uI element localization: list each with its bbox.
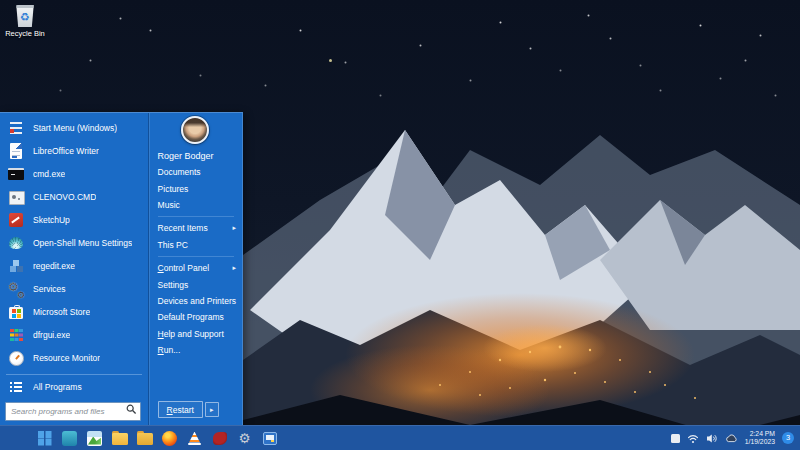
- control-panel-item[interactable]: Control Panel ▸: [149, 260, 242, 276]
- start-menu-places-column: Roger Bodger Documents Pictures Music Re…: [148, 113, 242, 425]
- menu-item-sketchup[interactable]: SketchUp: [4, 208, 146, 231]
- all-programs-item[interactable]: All Programs: [4, 377, 146, 397]
- menu-item-label: dfrgui.exe: [33, 330, 70, 340]
- menu-item-label: Microsoft Store: [33, 307, 90, 317]
- user-name-item[interactable]: Roger Bodger: [149, 147, 242, 164]
- this-pc-label: This PC: [158, 240, 188, 250]
- stars: [0, 0, 1, 1]
- menu-item-services[interactable]: ⚙ ⚙ Services: [4, 277, 146, 300]
- resource-monitor-icon: [8, 350, 24, 366]
- wifi-icon[interactable]: [687, 433, 699, 444]
- taskbar-settings-button[interactable]: ⚙: [236, 430, 253, 447]
- help-support-item[interactable]: Help and Support: [149, 326, 242, 342]
- clock-time: 2:24 PM: [745, 430, 775, 439]
- menu-item-libreoffice-writer[interactable]: LibreOffice Writer: [4, 139, 146, 162]
- menu-item-microsoft-store[interactable]: Microsoft Store: [4, 300, 146, 323]
- cloud-icon[interactable]: [725, 433, 738, 443]
- menu-item-label: LibreOffice Writer: [33, 146, 99, 156]
- microsoft-store-icon: [8, 304, 24, 320]
- menu-item-open-shell-settings[interactable]: Open-Shell Menu Settings: [4, 231, 146, 254]
- default-programs-label: Default Programs: [158, 312, 224, 322]
- documents-label: Documents: [158, 167, 201, 177]
- menu-item-cmd[interactable]: cmd.exe: [4, 162, 146, 185]
- submenu-arrow-icon: ▸: [232, 224, 236, 232]
- search-box: [5, 400, 141, 421]
- folder-icon: [112, 433, 128, 446]
- menu-item-label: SketchUp: [33, 215, 70, 225]
- services-gears-icon: ⚙ ⚙: [8, 281, 24, 297]
- settings-item[interactable]: Settings: [149, 276, 242, 292]
- photos-icon: [87, 431, 102, 446]
- system-tray: 2:24 PM 1/19/2023 3: [671, 430, 794, 447]
- search-input[interactable]: [5, 402, 141, 421]
- windows-logo-icon: [36, 430, 53, 447]
- menu-item-label: Open-Shell Menu Settings: [33, 238, 132, 248]
- desktop: ♻ Recycle Bin Start Menu (Windows) Libre…: [0, 0, 800, 450]
- all-programs-list-icon: [8, 379, 24, 395]
- run-label: Run...: [158, 345, 181, 355]
- menu-item-start-menu-windows[interactable]: Start Menu (Windows): [4, 116, 146, 139]
- this-pc-item[interactable]: This PC: [149, 237, 242, 253]
- devices-printers-label: Devices and Printers: [158, 296, 236, 306]
- taskbar-clock[interactable]: 2:24 PM 1/19/2023: [745, 430, 775, 447]
- notification-badge[interactable]: 3: [782, 432, 794, 444]
- restart-button[interactable]: Restart: [158, 401, 203, 418]
- recycle-bin-label: Recycle Bin: [2, 29, 48, 38]
- menu-item-label: Resource Monitor: [33, 353, 100, 363]
- recent-items-item[interactable]: Recent Items ▸: [149, 220, 242, 236]
- gear-glyph: ⚙: [17, 290, 25, 300]
- volume-icon[interactable]: [706, 433, 718, 444]
- restart-row: Restart ▸: [149, 401, 242, 425]
- help-support-label: Help and Support: [158, 329, 224, 339]
- menu-item-label: Start Menu (Windows): [33, 123, 117, 133]
- taskbar-photos-button[interactable]: [86, 430, 103, 447]
- tray-app-icon[interactable]: [671, 434, 680, 443]
- menu-item-label: Services: [33, 284, 66, 294]
- taskbar-vlc-button[interactable]: [186, 430, 203, 447]
- taskbar-firefox-button[interactable]: [161, 430, 178, 447]
- libreoffice-writer-icon: [8, 143, 24, 159]
- firefox-icon: [162, 431, 177, 446]
- taskbar-folder-button[interactable]: [136, 430, 153, 447]
- documents-item[interactable]: Documents: [149, 164, 242, 180]
- folder-icon: [137, 433, 153, 446]
- gear-icon: ⚙: [238, 430, 250, 447]
- all-programs-label: All Programs: [33, 382, 82, 392]
- music-item[interactable]: Music: [149, 197, 242, 213]
- vlc-cone-icon: [187, 431, 202, 446]
- clock-date: 1/19/2023: [745, 438, 775, 447]
- recent-items-label: Recent Items: [158, 223, 208, 233]
- menu-item-label: regedit.exe: [33, 261, 75, 271]
- taskbar-teal-app-button[interactable]: [61, 430, 78, 447]
- menu-item-label: cmd.exe: [33, 169, 65, 179]
- taskbar-file-explorer-button[interactable]: [111, 430, 128, 447]
- menu-separator: [158, 256, 234, 257]
- menu-item-regedit[interactable]: regedit.exe: [4, 254, 146, 277]
- user-name: Roger Bodger: [158, 151, 214, 161]
- default-programs-item[interactable]: Default Programs: [149, 309, 242, 325]
- teal-app-icon: [62, 431, 77, 446]
- restart-label: Restart: [167, 405, 194, 415]
- recycle-bin-desktop-icon[interactable]: ♻ Recycle Bin: [2, 5, 48, 38]
- user-block: [149, 116, 242, 144]
- defrag-icon: [8, 327, 24, 343]
- devices-printers-item[interactable]: Devices and Printers: [149, 293, 242, 309]
- menu-item-resource-monitor[interactable]: Resource Monitor: [4, 346, 146, 369]
- taskbar-red-app-button[interactable]: [211, 430, 228, 447]
- system-app-icon: [263, 432, 277, 445]
- menu-item-clenovo-cmd[interactable]: CLENOVO.CMD: [4, 185, 146, 208]
- red-app-icon: [213, 432, 227, 445]
- taskbar: ⚙ 2:24 PM 1/19/2023 3: [0, 425, 800, 450]
- menu-item-dfrgui[interactable]: dfrgui.exe: [4, 323, 146, 346]
- clenovo-cmd-icon: [8, 189, 24, 205]
- start-button[interactable]: [36, 430, 53, 447]
- pictures-item[interactable]: Pictures: [149, 180, 242, 196]
- recycle-arrows-icon: ♻: [20, 12, 30, 23]
- start-menu-panel: Start Menu (Windows) LibreOffice Writer …: [0, 112, 243, 425]
- search-icon: [126, 404, 137, 415]
- submenu-arrow-icon: ▸: [210, 406, 214, 414]
- user-avatar[interactable]: [181, 116, 209, 144]
- restart-options-button[interactable]: ▸: [205, 402, 219, 417]
- taskbar-system-app-button[interactable]: [261, 430, 278, 447]
- run-item[interactable]: Run...: [149, 342, 242, 358]
